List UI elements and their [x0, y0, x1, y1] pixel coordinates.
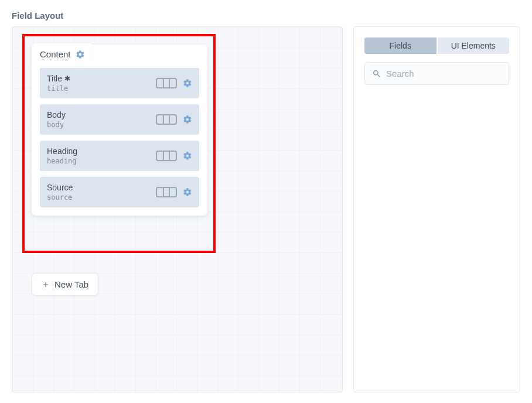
field-label-text: Heading	[47, 146, 77, 156]
field-label: Source	[47, 183, 150, 192]
field-label: Body	[47, 110, 150, 119]
field-item-source[interactable]: Source source	[40, 177, 199, 207]
gear-icon[interactable]	[183, 151, 192, 160]
search-box[interactable]	[364, 62, 509, 85]
required-icon: ✱	[64, 74, 70, 83]
field-item-body[interactable]: Body body	[40, 104, 199, 135]
gear-icon[interactable]	[76, 50, 85, 59]
tab-ui-elements[interactable]: UI Elements	[438, 37, 510, 54]
search-input[interactable]	[386, 69, 502, 78]
tab-header: Content	[32, 45, 207, 68]
field-handle: heading	[47, 157, 150, 165]
width-selector[interactable]	[156, 114, 177, 125]
gear-icon[interactable]	[183, 115, 192, 124]
field-handle: source	[47, 193, 150, 202]
tab-fields[interactable]: Fields	[364, 37, 436, 54]
field-item-title[interactable]: Title ✱ title	[40, 68, 199, 98]
field-list: Title ✱ title Body body	[32, 68, 207, 216]
field-handle: title	[47, 84, 150, 93]
field-item-heading[interactable]: Heading heading	[40, 141, 199, 171]
width-selector[interactable]	[156, 151, 177, 161]
search-icon	[372, 69, 381, 78]
tab-title-text: Content	[40, 49, 71, 59]
field-label-text: Title	[47, 74, 62, 83]
width-selector[interactable]	[156, 78, 177, 88]
sidebar: Fields UI Elements	[353, 26, 520, 392]
field-label: Heading	[47, 146, 150, 156]
layout-canvas[interactable]: Content Title ✱ title	[12, 26, 343, 392]
sidebar-toggle: Fields UI Elements	[364, 37, 509, 54]
new-tab-label: New Tab	[54, 279, 88, 289]
tab-title[interactable]: Content	[32, 43, 93, 64]
gear-icon[interactable]	[183, 187, 192, 197]
plus-icon	[42, 281, 50, 289]
gear-icon[interactable]	[183, 78, 192, 88]
field-label-text: Body	[47, 110, 66, 119]
tab-card-content[interactable]: Content Title ✱ title	[32, 45, 207, 216]
width-selector[interactable]	[156, 187, 177, 197]
field-handle: body	[47, 121, 150, 129]
field-label-text: Source	[47, 183, 73, 192]
field-label: Title ✱	[47, 74, 150, 83]
section-title: Field Layout	[12, 11, 520, 21]
new-tab-button[interactable]: New Tab	[32, 273, 98, 296]
